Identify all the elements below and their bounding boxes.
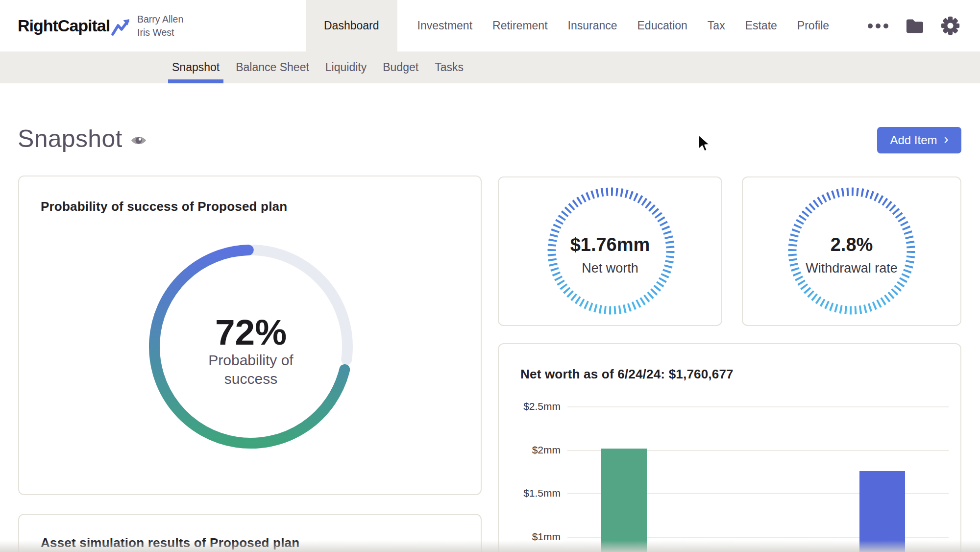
nav-item-estate[interactable]: Estate — [745, 19, 777, 32]
client-name-secondary: Iris West — [137, 26, 183, 39]
probability-card-title: Probability of success of Proposed plan — [41, 199, 287, 214]
probability-caption-line2: success — [153, 370, 349, 388]
net-worth-plot: $2.5mm$2mm$1.5mm$1mm — [499, 344, 960, 552]
brand-block[interactable]: RightCapital — [18, 0, 133, 51]
withdrawal-rate-gauge-card: 2.8% Withdrawal rate — [742, 176, 961, 326]
ytick-label-2-5mm: $2.5mm — [510, 401, 561, 412]
gridline-2-5mm — [567, 406, 949, 407]
settings-gear-icon[interactable] — [940, 16, 960, 36]
primary-nav: DashboardInvestmentRetirementInsuranceEd… — [306, 0, 829, 51]
chevron-right-icon: › — [944, 133, 949, 145]
subnav-item-balance-sheet[interactable]: Balance Sheet — [236, 51, 309, 83]
probability-of-success-card: Probability of success of Proposed plan … — [18, 176, 482, 495]
nav-item-insurance[interactable]: Insurance — [568, 19, 617, 32]
logo-trend-arrow-icon — [111, 18, 133, 37]
subnav-item-tasks[interactable]: Tasks — [435, 51, 464, 83]
add-item-label: Add Item — [890, 133, 937, 147]
rightcapital-dashboard-screen: RightCapital Barry Allen Iris West Dashb… — [0, 0, 980, 552]
client-names[interactable]: Barry Allen Iris West — [137, 13, 183, 39]
ytick-label-1-5mm: $1.5mm — [510, 487, 561, 499]
page-title: Snapshot — [18, 125, 122, 153]
withdrawal-rate-gauge-ring — [743, 177, 960, 325]
visibility-eye-icon[interactable] — [130, 134, 147, 147]
net-worth-bar-0 — [601, 449, 647, 552]
nav-item-retirement[interactable]: Retirement — [492, 19, 547, 32]
folder-icon[interactable] — [905, 17, 925, 34]
net-worth-gauge-ring — [499, 177, 721, 325]
ytick-label-2mm: $2mm — [510, 444, 561, 456]
subnav-item-snapshot[interactable]: Snapshot — [172, 51, 220, 83]
nav-item-tax[interactable]: Tax — [708, 19, 725, 32]
mouse-cursor — [697, 134, 711, 153]
more-ellipsis-icon[interactable] — [867, 23, 889, 29]
active-tab-underline — [168, 79, 223, 83]
client-name-primary: Barry Allen — [137, 13, 183, 26]
asset-simulation-title: Asset simulation results of Proposed pla… — [41, 535, 299, 551]
top-nav: RightCapital Barry Allen Iris West Dashb… — [0, 0, 980, 51]
donut-center-labels: 72% Probability of success — [153, 314, 349, 388]
nav-item-investment[interactable]: Investment — [417, 19, 473, 32]
page-title-row: Snapshot — [18, 125, 147, 153]
net-worth-chart-card: Net worth as of 6/24/24: $1,760,677 $2.5… — [498, 343, 961, 552]
ytick-label-1mm: $1mm — [510, 531, 561, 543]
net-worth-gauge-card: $1.76mm Net worth — [498, 176, 722, 326]
nav-item-education[interactable]: Education — [637, 19, 687, 32]
probability-percent-value: 72% — [153, 314, 349, 351]
asset-simulation-card: Asset simulation results of Proposed pla… — [18, 514, 482, 552]
add-item-button[interactable]: Add Item › — [877, 127, 961, 153]
nav-item-profile[interactable]: Profile — [797, 19, 829, 32]
net-worth-bar-1 — [859, 471, 905, 552]
nav-item-dashboard[interactable]: Dashboard — [306, 0, 397, 51]
header-icons — [867, 0, 960, 51]
subnav-item-liquidity[interactable]: Liquidity — [325, 51, 367, 83]
brand-logo-text: RightCapital — [18, 16, 110, 35]
secondary-nav: SnapshotBalance SheetLiquidityBudgetTask… — [0, 51, 980, 83]
subnav-item-budget[interactable]: Budget — [383, 51, 418, 83]
probability-caption-line1: Probability of — [153, 351, 349, 370]
